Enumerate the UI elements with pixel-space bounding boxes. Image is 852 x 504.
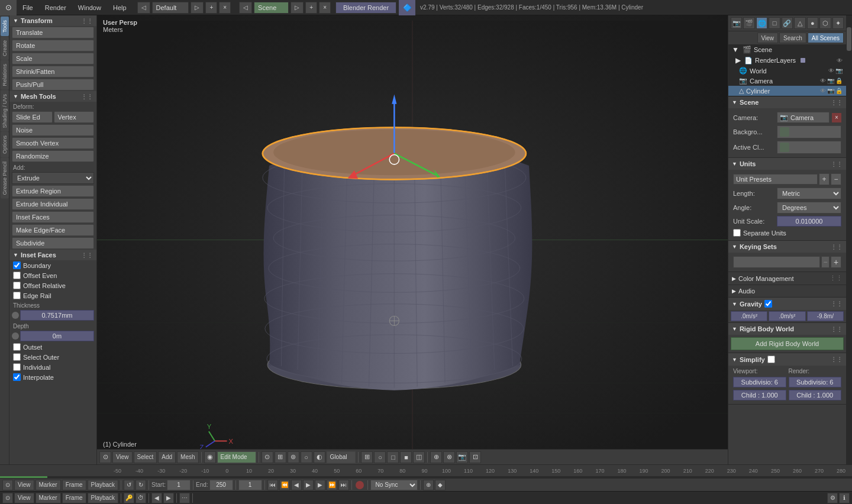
bs-playback-btn[interactable]: Playback bbox=[88, 493, 119, 503]
tl-current-field[interactable] bbox=[238, 480, 262, 490]
vt-pivot-icon[interactable]: ⊙ bbox=[262, 451, 273, 463]
layout-left-btn[interactable]: ◁ bbox=[137, 2, 150, 14]
tab-relations[interactable]: Relations bbox=[1, 60, 9, 90]
simplify-header[interactable]: ▼ Simplify ⋮⋮ bbox=[728, 353, 846, 366]
rp-icon-particles[interactable]: ✦ bbox=[832, 17, 844, 29]
bs-dots-icon[interactable]: ⋯ bbox=[179, 493, 190, 503]
btn-extrude-region[interactable]: Extrude Region bbox=[12, 185, 94, 197]
vt-proportional2-icon[interactable]: ◐ bbox=[314, 451, 325, 463]
child-r-field[interactable]: Child : 1.000 bbox=[789, 390, 842, 400]
cyl-render-icon[interactable]: 📷 bbox=[827, 88, 834, 94]
scene-dropdown[interactable]: Scene bbox=[254, 2, 289, 14]
btn-shrink-fatten[interactable]: Shrink/Fatten bbox=[12, 66, 94, 77]
mesh-tools-header[interactable]: ▼ Mesh Tools ⋮⋮ bbox=[9, 91, 96, 102]
vt-solid-icon[interactable]: ■ bbox=[400, 451, 412, 463]
bs-editor-icon[interactable]: ⊙ bbox=[2, 493, 13, 503]
vt-tex-icon[interactable]: ◫ bbox=[413, 451, 425, 463]
tl-jump-end-icon[interactable]: ⏭ bbox=[338, 480, 349, 490]
transform-header[interactable]: ▼ Transform ⋮⋮ bbox=[9, 15, 96, 26]
unit-scale-slider[interactable]: 0.010000 bbox=[777, 216, 841, 227]
scene-add-btn[interactable]: + bbox=[305, 2, 317, 14]
unit-presets-field[interactable]: Unit Presets bbox=[733, 174, 818, 185]
units-section-header[interactable]: ▼ Units ⋮⋮ bbox=[728, 158, 846, 170]
scene-left-btn[interactable]: ◁ bbox=[239, 2, 252, 14]
viewport-3d[interactable]: X Y Z (1) Cylinder bbox=[97, 15, 728, 464]
camera-field[interactable]: 📷 Camera bbox=[777, 112, 830, 123]
rp-icon-data[interactable]: △ bbox=[794, 17, 805, 29]
interpolate-check[interactable] bbox=[13, 373, 21, 381]
unit-presets-plus[interactable]: + bbox=[819, 173, 830, 185]
cam-lock-icon[interactable]: 🔒 bbox=[835, 77, 843, 84]
rbw-header[interactable]: ▼ Rigid Body World ⋮⋮ bbox=[728, 323, 846, 335]
tl-loop2-icon[interactable]: ↻ bbox=[135, 480, 146, 490]
gravity-z-field[interactable]: -9.8m/ bbox=[807, 311, 844, 321]
tree-camera[interactable]: 📷 Camera 👁 📷 🔒 bbox=[728, 76, 846, 86]
bs-right-arrow[interactable]: ▶ bbox=[163, 493, 174, 503]
tl-step-back-icon[interactable]: ⏪ bbox=[279, 480, 290, 490]
tab-options[interactable]: Options bbox=[1, 132, 9, 157]
tl-frame-btn[interactable]: Frame bbox=[62, 480, 86, 490]
color-mgmt-section[interactable]: ▶ Color Management ⋮⋮ bbox=[728, 272, 846, 285]
tab-create[interactable]: Create bbox=[1, 37, 9, 60]
tl-play-icon[interactable]: ▶ bbox=[303, 480, 314, 490]
vt-add-btn[interactable]: Add bbox=[158, 451, 176, 463]
vt-select-btn[interactable]: Select bbox=[134, 451, 157, 463]
vt-local-icon[interactable]: ⊕ bbox=[430, 451, 442, 463]
tl-next-key-icon[interactable]: ▶ bbox=[315, 480, 325, 490]
ks-plus-btn[interactable]: + bbox=[831, 256, 841, 268]
tl-jump-start-icon[interactable]: ⏮ bbox=[267, 480, 278, 490]
select-outer-check[interactable] bbox=[13, 353, 21, 361]
bg-color-swatch[interactable] bbox=[780, 127, 789, 137]
vt-snap-icon[interactable]: ⊞ bbox=[275, 451, 286, 463]
tab-grease-pencil[interactable]: Grease Pencil bbox=[1, 158, 9, 199]
gravity-header[interactable]: ▼ Gravity ⋮⋮ bbox=[728, 298, 846, 310]
btn-scale[interactable]: Scale bbox=[12, 53, 94, 64]
render-engine-btn[interactable]: Blender Render bbox=[335, 2, 396, 14]
angle-dropdown[interactable]: Degrees bbox=[777, 202, 841, 214]
btn-push-pull[interactable]: Push/Pull bbox=[12, 79, 94, 91]
tl-end-field[interactable] bbox=[209, 480, 233, 490]
vt-magnet-icon[interactable]: ⊛ bbox=[288, 451, 299, 463]
rp-search-btn[interactable]: Search bbox=[779, 33, 806, 43]
btn-translate[interactable]: Translate bbox=[12, 27, 94, 38]
vt-render-icon[interactable]: ○ bbox=[374, 451, 386, 463]
thickness-slider-handle[interactable] bbox=[12, 312, 19, 319]
background-field[interactable] bbox=[777, 125, 841, 138]
tl-prev-key-icon[interactable]: ◀ bbox=[291, 480, 302, 490]
bs-left-arrow[interactable]: ◀ bbox=[151, 493, 162, 503]
scene-right-btn[interactable]: ▷ bbox=[291, 2, 304, 14]
tree-world[interactable]: 🌐 World 👁 📷 bbox=[728, 66, 846, 76]
separate-units-check[interactable] bbox=[733, 229, 741, 237]
bs-frame-btn[interactable]: Frame bbox=[62, 493, 86, 503]
tl-editor-icon[interactable]: ⊙ bbox=[2, 480, 13, 490]
menu-help[interactable]: Help bbox=[107, 0, 133, 15]
gravity-check[interactable] bbox=[764, 300, 772, 308]
cam-render-icon[interactable]: 📷 bbox=[827, 77, 834, 84]
btn-vertex[interactable]: Vertex bbox=[54, 111, 95, 123]
right-scrollbar[interactable] bbox=[846, 15, 852, 464]
vt-persp-icon[interactable]: ⊗ bbox=[443, 451, 455, 463]
rp-all-scenes-btn[interactable]: All Scenes bbox=[808, 33, 844, 43]
depth-slider-handle[interactable] bbox=[12, 332, 19, 340]
audio-section[interactable]: ▶ Audio bbox=[728, 285, 846, 298]
vt-camera-icon[interactable]: 📷 bbox=[456, 451, 468, 463]
btn-subdivide[interactable]: Subdivide bbox=[12, 237, 94, 249]
rp-view-btn[interactable]: View bbox=[757, 33, 779, 43]
btn-noise[interactable]: Noise bbox=[12, 124, 94, 136]
layout-dropdown[interactable]: Default bbox=[152, 2, 189, 14]
rp-icon-texture[interactable]: ⬡ bbox=[819, 17, 831, 29]
depth-field[interactable]: 0m bbox=[20, 331, 94, 341]
thickness-field[interactable]: 0.7517mm bbox=[20, 310, 94, 321]
active-cl-swatch[interactable] bbox=[780, 143, 789, 152]
child-v-field[interactable]: Child : 1.000 bbox=[733, 390, 786, 400]
viewport[interactable]: User Persp Meters bbox=[97, 15, 728, 464]
tree-scene[interactable]: ▼ 🎬 Scene bbox=[728, 44, 846, 55]
tl-playback-btn[interactable]: Playback bbox=[88, 480, 119, 490]
btn-slide-ed[interactable]: Slide Ed bbox=[12, 111, 53, 123]
btn-randomize[interactable]: Randomize bbox=[12, 150, 94, 162]
vt-wire-icon[interactable]: □ bbox=[387, 451, 399, 463]
world-eye-icon[interactable]: 👁 bbox=[828, 67, 834, 74]
tab-shading[interactable]: Shading / UVs bbox=[1, 91, 9, 132]
tree-renderlayers[interactable]: ▶ 📄 RenderLayers 👁 bbox=[728, 55, 846, 66]
ks-field[interactable] bbox=[733, 256, 820, 268]
